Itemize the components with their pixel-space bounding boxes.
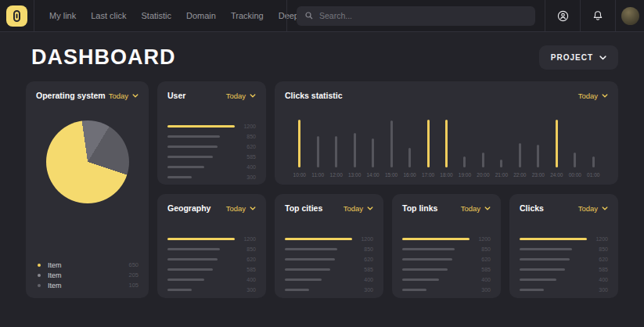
vbar-label: 23:00: [532, 172, 545, 178]
vbar-label: 19:00: [459, 172, 471, 178]
bar-track: [285, 268, 352, 271]
vbar: [463, 156, 466, 167]
legend-value: 105: [128, 282, 139, 289]
bar-track: [167, 278, 235, 281]
legend-value: 650: [128, 261, 139, 268]
bar-row: 400: [520, 275, 608, 285]
legend-dot: [38, 264, 41, 267]
vbar-label: 00:00: [569, 172, 581, 178]
bar-row: 300: [402, 285, 491, 295]
bar: [167, 248, 220, 250]
card-title: Top links: [402, 203, 437, 213]
filter-label: Today: [109, 92, 128, 100]
logo[interactable]: [6, 5, 27, 27]
bar-row: 300: [167, 285, 256, 295]
card-top-cities: Top cities Today 1200850620585400300: [275, 194, 383, 298]
vbar-column: 24:00: [548, 117, 566, 178]
bar-row: 620: [520, 254, 608, 264]
vbar-label: 17:00: [422, 172, 434, 178]
vbar-label: 20:00: [477, 172, 489, 178]
avatar[interactable]: [621, 7, 639, 25]
bar-row: 585: [167, 264, 256, 275]
bar-row: 585: [167, 152, 256, 162]
bar-value: 400: [352, 277, 373, 282]
vbar-zone: [463, 117, 466, 167]
vbar: [482, 153, 484, 167]
filter-label: Today: [578, 92, 598, 100]
search-icon: [304, 11, 314, 20]
vbar-zone: [519, 117, 521, 167]
menu-item-tracking[interactable]: Tracking: [231, 11, 264, 20]
bar-row: 300: [167, 172, 256, 182]
page-title: DASHBOARD: [31, 45, 176, 70]
bar-row: 400: [285, 275, 373, 285]
vbar-column: 23:00: [529, 117, 547, 178]
vbar-zone: [482, 117, 484, 167]
menu-item-statistic[interactable]: Statistic: [141, 11, 171, 20]
menu-item-last-click[interactable]: Last click: [91, 11, 126, 20]
vbar-label: 12:00: [330, 172, 343, 178]
vbar-column: 20:00: [474, 117, 492, 178]
bar: [167, 156, 213, 158]
vbar-zone: [317, 117, 319, 167]
support-button[interactable]: [545, 0, 580, 31]
vbar-label: 22:00: [513, 172, 526, 178]
bar-track: [167, 146, 235, 148]
bar-track: [167, 135, 235, 138]
card-user: User Today 1200850620585400300: [157, 81, 266, 185]
vbar-label: 13:00: [348, 172, 361, 178]
top-nav: My link Last click Statistic Domain Trac…: [0, 0, 644, 32]
filter-dropdown[interactable]: Today: [226, 92, 256, 100]
bar-value: 400: [470, 277, 491, 282]
hbar-chart: 1200850620585400300: [167, 234, 256, 295]
bar-value: 300: [235, 174, 256, 180]
menu-item-my-link[interactable]: My link: [49, 11, 76, 20]
vbar-zone: [500, 117, 502, 167]
project-dropdown-button[interactable]: PROJECT: [539, 45, 618, 70]
legend-item: Item205: [38, 270, 139, 280]
notifications-button[interactable]: [580, 0, 615, 31]
bar: [520, 278, 556, 281]
bar-row: 585: [520, 264, 608, 275]
page-header: DASHBOARD PROJECT: [31, 45, 618, 70]
legend-item: Item105: [38, 280, 139, 290]
bar: [402, 278, 439, 281]
bar-value: 300: [587, 287, 608, 293]
menu-item-domain[interactable]: Domain: [186, 11, 216, 20]
card-clicks: Clicks Today 1200850620585400300: [509, 194, 618, 298]
filter-dropdown[interactable]: Today: [344, 204, 373, 213]
legend-label: Item: [48, 271, 62, 279]
bar-row: 620: [402, 254, 491, 264]
vbar-label: 10:00: [293, 172, 306, 178]
vbar: [298, 120, 300, 167]
card-title: User: [167, 91, 185, 100]
legend-item: Item650: [38, 260, 139, 270]
filter-dropdown[interactable]: Today: [109, 92, 139, 100]
hbar-chart: 1200850620585400300: [167, 121, 256, 182]
chevron-down-icon: [250, 94, 256, 98]
bar-row: 1200: [167, 121, 256, 131]
search-section: [286, 0, 545, 31]
bar: [285, 238, 352, 240]
bar-track: [285, 238, 352, 240]
bar-track: [285, 289, 352, 291]
bar-value: 620: [470, 257, 491, 262]
vbar-column: 19:00: [455, 117, 473, 178]
filter-dropdown[interactable]: Today: [461, 204, 491, 213]
search-input[interactable]: [319, 11, 527, 20]
legend-dot: [38, 284, 41, 287]
logo-section: [0, 0, 34, 31]
bar-track: [167, 258, 235, 261]
filter-dropdown[interactable]: Today: [578, 92, 608, 100]
bar: [402, 289, 426, 291]
bar-track: [402, 268, 470, 271]
filter-dropdown[interactable]: Today: [578, 204, 608, 213]
bar-value: 585: [587, 267, 608, 272]
search-box[interactable]: [297, 6, 535, 26]
bar-value: 620: [235, 144, 256, 149]
bar-track: [402, 289, 470, 291]
filter-dropdown[interactable]: Today: [226, 204, 256, 213]
bar-value: 1200: [587, 236, 608, 242]
vbar-chart: 10:0011:0012:0013:0014:0015:0016:0017:00…: [285, 117, 608, 178]
bar: [167, 238, 235, 240]
